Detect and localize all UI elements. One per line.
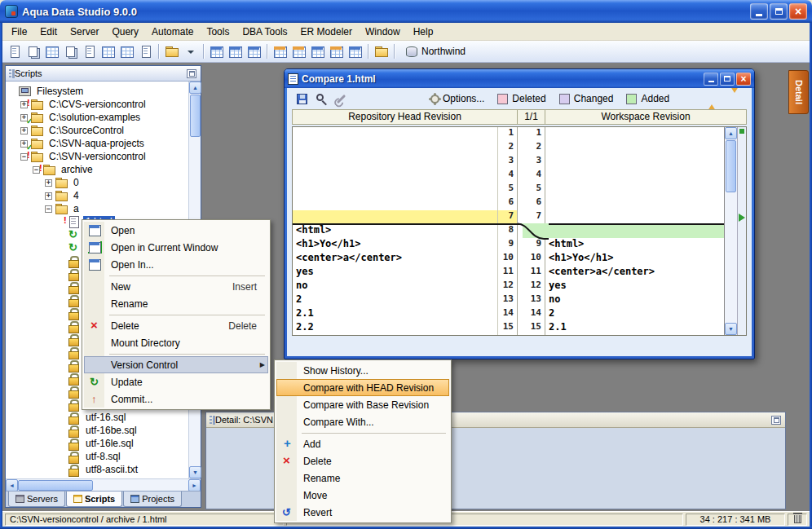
filter-table-button[interactable]: [308, 42, 327, 60]
right-code-pane[interactable]: <html><h1>Yo</h1><center>a</center>yesno…: [545, 127, 724, 335]
expand-icon[interactable]: +: [20, 127, 28, 134]
schema-browser-button[interactable]: [372, 42, 391, 60]
tree-item-c-svn-versioncontrol[interactable]: −!C:\SVN-versioncontrol: [6, 150, 188, 163]
compare-minimize-button[interactable]: [704, 73, 718, 86]
tree-item-a[interactable]: −a: [6, 202, 188, 215]
import-table-button[interactable]: [346, 42, 364, 60]
tab-servers[interactable]: Servers: [8, 492, 65, 507]
compare-title-bar[interactable]: Compare 1.html ×: [285, 69, 754, 88]
copy-window-button[interactable]: [61, 42, 80, 60]
scroll-down-icon[interactable]: ▼: [189, 466, 201, 478]
menu-item-open[interactable]: Open: [84, 222, 268, 239]
history-dropdown-button[interactable]: [181, 42, 200, 60]
tree-item-utf-16le-sql[interactable]: utf-16le.sql: [6, 437, 188, 450]
title-bar[interactable]: Aqua Data Studio 9.0.0 ×: [0, 0, 812, 23]
float-panel-button[interactable]: [771, 416, 781, 425]
tree-item-c-cvs-versioncontrol[interactable]: +!C:\CVS-versioncontrol: [6, 98, 188, 111]
tree-item-c-solution-examples[interactable]: +✓C:\solution-examples: [6, 111, 188, 124]
menu-item-revert[interactable]: Revert: [276, 504, 449, 521]
new-editor-button[interactable]: [5, 42, 24, 60]
tab-scripts[interactable]: Scripts: [66, 492, 122, 507]
tree-item-c-sourcecontrol[interactable]: +C:\SourceControl: [6, 124, 188, 137]
browse-table-button[interactable]: [271, 42, 289, 60]
tree-item-c-svn-aqua-projects[interactable]: +✓C:\SVN-aqua-projects: [6, 137, 188, 150]
table-ddl-button[interactable]: [117, 42, 136, 60]
scroll-right-icon[interactable]: ►: [188, 479, 201, 492]
menu-item-show-history[interactable]: Show History...: [276, 362, 449, 379]
garbage-collect-button[interactable]: [788, 514, 807, 526]
menu-item-open-in[interactable]: Open In...: [84, 256, 268, 273]
minimize-button[interactable]: [750, 3, 768, 20]
menu-item-version-control[interactable]: Version Control▶: [84, 356, 268, 373]
menu-item-mount-directory[interactable]: Mount Directory: [84, 334, 268, 351]
menu-item-rename[interactable]: Rename: [84, 295, 268, 312]
tree-item-utf-16-sql[interactable]: utf-16.sql: [6, 411, 188, 424]
float-panel-button[interactable]: [187, 69, 196, 78]
menu-item-compare-with-head-revision[interactable]: Compare with HEAD Revision: [276, 379, 449, 396]
menu-help[interactable]: Help: [407, 24, 440, 39]
scroll-left-icon[interactable]: ◄: [6, 479, 18, 492]
table-columns-button[interactable]: [226, 42, 245, 60]
menu-item-commit[interactable]: Commit...: [84, 390, 268, 408]
close-button[interactable]: ×: [789, 3, 807, 20]
tree-item-utf8-ascii-txt[interactable]: utf8-ascii.txt: [6, 463, 188, 476]
menu-tools[interactable]: Tools: [200, 24, 236, 39]
menu-automate[interactable]: Automate: [145, 24, 200, 39]
database-selector[interactable]: Northwind: [401, 44, 469, 59]
table-button[interactable]: [207, 42, 226, 60]
menu-item-add[interactable]: Add: [276, 435, 449, 452]
tree-item-utf-8-sql[interactable]: utf-8.sql: [6, 450, 188, 463]
change-marker-strip[interactable]: [737, 127, 746, 335]
vertical-scroll-thumb[interactable]: [190, 95, 201, 137]
previous-diff-button[interactable]: [706, 93, 717, 104]
menu-server[interactable]: Server: [64, 24, 105, 39]
open-folder-button[interactable]: [162, 42, 181, 60]
vertical-scroll-thumb[interactable]: [726, 140, 736, 192]
merge-button[interactable]: [333, 91, 349, 106]
options-button[interactable]: Options...: [430, 93, 484, 104]
menu-dba-tools[interactable]: DBA Tools: [236, 24, 293, 39]
menu-item-move[interactable]: Move: [276, 487, 449, 504]
table-data-button[interactable]: [99, 42, 117, 60]
menu-window[interactable]: Window: [359, 24, 407, 39]
new-window-button[interactable]: [24, 42, 42, 60]
table-rows-button[interactable]: [245, 42, 263, 60]
next-diff-button[interactable]: [729, 93, 740, 104]
tree-item-archive[interactable]: −!archive: [6, 163, 188, 176]
diff-vertical-scrollbar[interactable]: ▲ ▼: [724, 127, 737, 335]
tree-horizontal-scrollbar[interactable]: ◄ ►: [6, 478, 201, 491]
menu-item-delete[interactable]: Delete: [276, 452, 449, 469]
expand-icon[interactable]: +: [45, 192, 52, 200]
scroll-up-icon[interactable]: ▲: [189, 82, 201, 94]
detail-side-tab[interactable]: Detail: [788, 70, 809, 114]
menu-item-open-in-current-window[interactable]: Open in Current Window: [84, 239, 268, 256]
tree-item-0[interactable]: +0: [6, 176, 188, 189]
menu-edit[interactable]: Edit: [33, 24, 64, 39]
menu-item-new[interactable]: NewInsert: [84, 278, 268, 295]
menu-item-rename[interactable]: Rename: [276, 469, 449, 487]
tab-projects[interactable]: Projects: [123, 492, 182, 507]
export-button[interactable]: [136, 42, 155, 60]
describe-button[interactable]: [80, 42, 99, 60]
scripts-panel-header[interactable]: Scripts: [6, 66, 201, 82]
save-button[interactable]: [293, 91, 310, 106]
menu-query[interactable]: Query: [105, 24, 145, 39]
tree-item-utf-16be-sql[interactable]: utf-16be.sql: [6, 424, 188, 437]
menu-item-delete[interactable]: DeleteDelete: [84, 317, 268, 334]
export-table-button[interactable]: [327, 42, 346, 60]
horizontal-scroll-thumb[interactable]: [18, 480, 93, 491]
tree-item-filesystem[interactable]: Filesystem: [6, 85, 188, 98]
expand-icon[interactable]: +: [45, 179, 52, 187]
tree-item-4[interactable]: +4: [6, 189, 188, 202]
maximize-button[interactable]: [770, 3, 788, 20]
results-grid-button[interactable]: [42, 42, 61, 60]
menu-item-update[interactable]: Update: [84, 373, 268, 390]
scroll-up-icon[interactable]: ▲: [725, 127, 737, 139]
menu-file[interactable]: File: [5, 24, 33, 39]
scroll-down-icon[interactable]: ▼: [725, 323, 737, 335]
menu-er-modeler[interactable]: ER Modeler: [294, 24, 359, 39]
compare-maximize-button[interactable]: [720, 73, 735, 86]
refresh-table-button[interactable]: [289, 42, 308, 60]
find-button[interactable]: [313, 91, 329, 106]
collapse-icon[interactable]: −: [45, 205, 52, 213]
